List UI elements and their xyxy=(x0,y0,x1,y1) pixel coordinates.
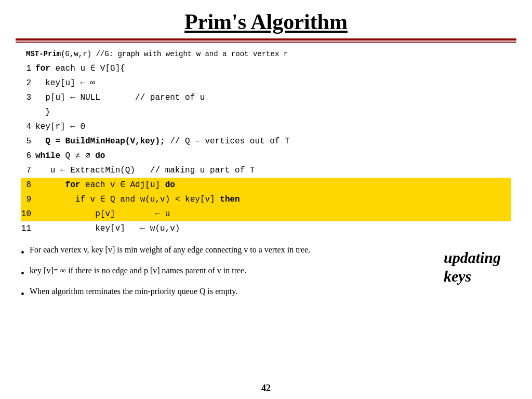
bullets-section: • For each vertex v, key [v] is min weig… xyxy=(21,244,511,307)
line-content-7: u ← ExtractMin(Q) // making u part of T xyxy=(35,165,511,177)
line-num-10: 10 xyxy=(21,208,35,220)
line-content-5: Q = BuildMinHeap(V,key); // Q – vertices… xyxy=(35,136,511,148)
line-content-10: p[v] ← u xyxy=(35,208,511,220)
code-line-8: 8 for each v ∈ Adj[u] do xyxy=(21,178,511,192)
code-line-4: 4 key[r] ← 0 xyxy=(21,119,511,134)
line-content-6: while Q ≠ ∅ do xyxy=(35,150,511,162)
bullet-dot-3: • xyxy=(21,287,24,301)
line-num-2: 2 xyxy=(21,77,35,89)
code-line-6: 6 while Q ≠ ∅ do xyxy=(21,149,511,163)
code-line-9: 9 if v ∈ Q and w(u,v) < key[v] then xyxy=(21,192,511,207)
line-content-1: for each u ∈ V[G]{ xyxy=(35,63,511,75)
line-content-11: key[v] ← w(u,v) xyxy=(35,223,511,235)
code-section: MST-Prim(G,w,r) //G: graph with weight w… xyxy=(21,49,511,236)
slide-title: Prim's Algorithm xyxy=(21,9,511,34)
bullet-dot-2: • xyxy=(21,266,24,281)
line-num-9: 9 xyxy=(21,194,35,206)
title-area: Prim's Algorithm xyxy=(0,0,532,38)
divider-bottom-bar xyxy=(16,42,516,43)
code-line-brace: } xyxy=(21,105,511,119)
code-line-5: 5 Q = BuildMinHeap(V,key); // Q – vertic… xyxy=(21,134,511,149)
line-content-brace: } xyxy=(35,107,511,118)
line-content-9: if v ∈ Q and w(u,v) < key[v] then xyxy=(35,194,511,206)
bullet-item-1: • For each vertex v, key [v] is min weig… xyxy=(21,244,511,260)
code-line-11: 11 key[v] ← w(u,v) xyxy=(21,221,511,236)
line-num-5: 5 xyxy=(21,136,35,148)
code-line-7: 7 u ← ExtractMin(Q) // making u part of … xyxy=(21,163,511,178)
bullet-text-3: When algorithm terminates the min-priori… xyxy=(30,286,511,297)
bullet-text-2: key [v]= ∞ if there is no edge and p [v]… xyxy=(30,265,511,276)
line-num-1: 1 xyxy=(21,63,35,75)
code-line-1: 1 for each u ∈ V[G]{ xyxy=(21,61,511,76)
slide: Prim's Algorithm MST-Prim(G,w,r) //G: gr… xyxy=(0,0,532,399)
bullet-item-2: • key [v]= ∞ if there is no edge and p [… xyxy=(21,265,511,281)
line-content-2: key[u] ← ∞ xyxy=(35,77,511,89)
line-num-11: 11 xyxy=(21,223,35,235)
page-number: 42 xyxy=(0,383,532,399)
line-num-6: 6 xyxy=(21,150,35,162)
line-num-7: 7 xyxy=(21,165,35,177)
divider xyxy=(0,38,532,43)
divider-top-bar xyxy=(16,38,516,41)
code-line-3: 3 p[u] ← NULL // parent of u xyxy=(21,90,511,105)
func-name: MST-Prim xyxy=(26,50,61,58)
bullet-text-1: For each vertex v, key [v] is min weight… xyxy=(30,244,511,256)
updating-keys-label: updatingkeys xyxy=(444,248,501,286)
content-area: MST-Prim(G,w,r) //G: graph with weight w… xyxy=(0,47,532,383)
bullet-dot-1: • xyxy=(21,245,24,260)
line-num-8: 8 xyxy=(21,179,35,191)
function-signature: MST-Prim(G,w,r) //G: graph with weight w… xyxy=(26,49,511,59)
line-content-4: key[r] ← 0 xyxy=(35,121,511,133)
line-content-3: p[u] ← NULL // parent of u xyxy=(35,92,511,104)
code-line-2: 2 key[u] ← ∞ xyxy=(21,76,511,90)
line-content-8: for each v ∈ Adj[u] do xyxy=(35,179,511,191)
code-line-10: 10 p[v] ← u xyxy=(21,207,511,221)
line-num-4: 4 xyxy=(21,121,35,133)
bullet-item-3: • When algorithm terminates the min-prio… xyxy=(21,286,511,301)
line-num-3: 3 xyxy=(21,92,35,104)
func-params: (G,w,r) //G: graph with weight w and a r… xyxy=(61,50,288,58)
